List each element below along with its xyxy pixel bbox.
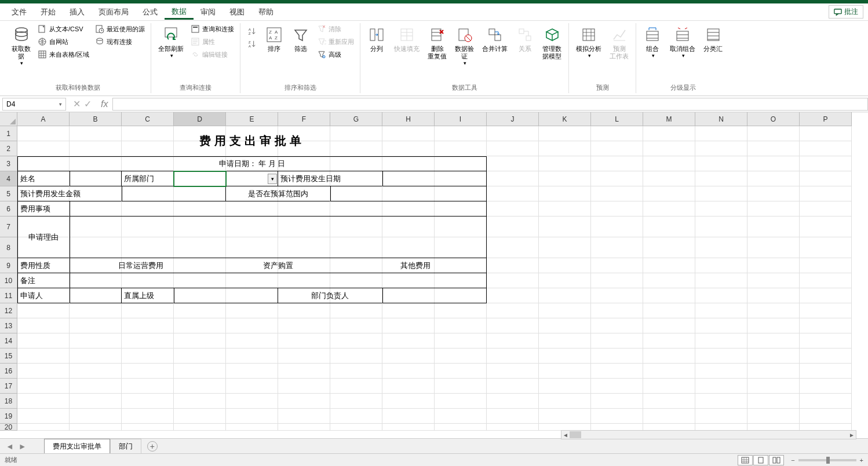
cell-M9[interactable] — [643, 258, 695, 273]
zoom-out-button[interactable]: − — [791, 457, 794, 464]
cell-B15[interactable] — [70, 348, 122, 364]
cell-M15[interactable] — [643, 348, 695, 364]
cell-O18[interactable] — [747, 394, 800, 409]
cell-F12[interactable] — [278, 303, 330, 318]
cell-M4[interactable] — [643, 171, 695, 186]
cell-J2[interactable] — [487, 141, 539, 156]
cell-J20[interactable] — [487, 424, 539, 431]
cell-E15[interactable] — [226, 348, 278, 364]
whatif-button[interactable]: 模拟分析 ▾ — [572, 23, 605, 61]
cell-K11[interactable] — [539, 288, 591, 303]
cell-F16[interactable] — [278, 364, 330, 379]
cell-B12[interactable] — [70, 303, 122, 318]
cell-K3[interactable] — [539, 156, 591, 171]
cell-P16[interactable] — [800, 364, 852, 379]
cell-L1[interactable] — [591, 126, 643, 141]
col-header-F[interactable]: F — [278, 112, 330, 126]
cell-B19[interactable] — [70, 409, 122, 424]
cell-B13[interactable] — [70, 318, 122, 333]
cell-H15[interactable] — [382, 348, 435, 364]
cell-O6[interactable] — [747, 201, 800, 217]
cell-J13[interactable] — [487, 318, 539, 333]
cell-P15[interactable] — [800, 348, 852, 364]
cell-J3[interactable] — [487, 156, 539, 171]
cell-N14[interactable] — [695, 333, 747, 348]
cell-B16[interactable] — [70, 364, 122, 379]
row-header-7[interactable]: 7 — [0, 217, 17, 237]
scroll-right-icon[interactable]: ► — [848, 431, 856, 439]
cell-L9[interactable] — [591, 258, 643, 273]
cell-M13[interactable] — [643, 318, 695, 333]
from-web-button[interactable]: 自网站 — [35, 36, 92, 47]
cell-K14[interactable] — [539, 333, 591, 348]
advanced-filter-button[interactable]: 高级 — [315, 49, 356, 60]
cell-G16[interactable] — [330, 364, 382, 379]
menu-insert[interactable]: 插入 — [63, 5, 92, 20]
date-row[interactable]: 申请日期： 年 月 日 — [17, 156, 487, 171]
input-name[interactable] — [70, 171, 122, 186]
row-header-16[interactable]: 16 — [0, 364, 17, 379]
cell-K19[interactable] — [539, 409, 591, 424]
nature-row[interactable]: 日常运营费用资产购置其他费用 — [70, 258, 487, 273]
cell-O3[interactable] — [747, 156, 800, 171]
cell-I13[interactable] — [435, 318, 487, 333]
cell-D18[interactable] — [174, 394, 226, 409]
cell-M14[interactable] — [643, 333, 695, 348]
tab-prev-button[interactable]: ◄ — [6, 442, 14, 451]
scroll-thumb[interactable] — [570, 431, 581, 438]
cell-M12[interactable] — [643, 303, 695, 318]
scroll-left-icon[interactable]: ◄ — [561, 431, 570, 439]
col-header-D[interactable]: D — [174, 112, 226, 126]
menu-help[interactable]: 帮助 — [251, 5, 280, 20]
cell-D17[interactable] — [174, 379, 226, 394]
cell-B17[interactable] — [70, 379, 122, 394]
cell-K17[interactable] — [539, 379, 591, 394]
cell-N16[interactable] — [695, 364, 747, 379]
cell-L16[interactable] — [591, 364, 643, 379]
row-header-13[interactable]: 13 — [0, 318, 17, 333]
cell-C20[interactable] — [122, 424, 174, 431]
cell-K5[interactable] — [539, 186, 591, 201]
cell-K13[interactable] — [539, 318, 591, 333]
cell-E13[interactable] — [226, 318, 278, 333]
cell-J15[interactable] — [487, 348, 539, 364]
cell-B14[interactable] — [70, 333, 122, 348]
cell-A14[interactable] — [17, 333, 70, 348]
sort-desc-button[interactable]: ZA — [245, 38, 259, 50]
cell-M3[interactable] — [643, 156, 695, 171]
cell-O2[interactable] — [747, 141, 800, 156]
cell-K8[interactable] — [539, 237, 591, 258]
horizontal-scrollbar[interactable]: ◄ ► — [561, 430, 856, 439]
sheet-tab-0[interactable]: 费用支出审批单 — [44, 439, 110, 454]
cell-A12[interactable] — [17, 303, 70, 318]
view-break-button[interactable] — [769, 455, 784, 465]
menu-view[interactable]: 视图 — [223, 5, 251, 20]
cell-O9[interactable] — [747, 258, 800, 273]
fx-icon[interactable]: fx — [96, 99, 112, 109]
col-header-K[interactable]: K — [539, 112, 591, 126]
cell-O11[interactable] — [747, 288, 800, 303]
cell-J11[interactable] — [487, 288, 539, 303]
cell-D15[interactable] — [174, 348, 226, 364]
sort-button[interactable]: ZAAZ 排序 — [261, 23, 287, 55]
cell-E20[interactable] — [226, 424, 278, 431]
cell-A18[interactable] — [17, 394, 70, 409]
row-header-1[interactable]: 1 — [0, 126, 17, 141]
queries-conn-button[interactable]: 查询和连接 — [188, 23, 236, 35]
cell-J7[interactable] — [487, 217, 539, 237]
cell-N5[interactable] — [695, 186, 747, 201]
col-header-N[interactable]: N — [695, 112, 747, 126]
cell-K16[interactable] — [539, 364, 591, 379]
zoom-slider[interactable] — [798, 459, 856, 461]
filter-button[interactable]: 筛选 — [288, 23, 313, 55]
row-header-19[interactable]: 19 — [0, 409, 17, 424]
cell-N6[interactable] — [695, 201, 747, 217]
cell-N4[interactable] — [695, 171, 747, 186]
cell-L15[interactable] — [591, 348, 643, 364]
row-header-20[interactable]: 20 — [0, 424, 17, 431]
cell-K15[interactable] — [539, 348, 591, 364]
select-all-corner[interactable] — [0, 112, 17, 126]
cell-I14[interactable] — [435, 333, 487, 348]
cell-J17[interactable] — [487, 379, 539, 394]
cell-A20[interactable] — [17, 424, 70, 431]
